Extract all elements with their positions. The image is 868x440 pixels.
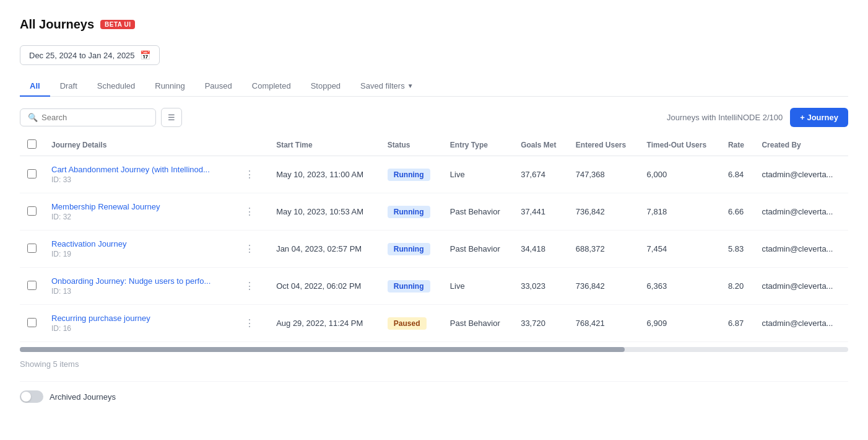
- created-by-cell: ctadmin@cleverta...: [754, 156, 848, 193]
- rate-cell: 6.87: [721, 305, 755, 342]
- entered-users-cell: 768,421: [568, 305, 640, 342]
- rate-cell: 6.66: [721, 193, 755, 231]
- table-row: Onboarding Journey: Nudge users to perfo…: [20, 268, 848, 305]
- start-time-cell: Aug 29, 2022, 11:24 PM: [269, 305, 380, 342]
- row-menu-button[interactable]: ⋮: [241, 167, 258, 182]
- horizontal-scrollbar-track[interactable]: [20, 347, 848, 352]
- row-checkbox-cell[interactable]: [20, 305, 44, 342]
- entered-users-cell: 688,372: [568, 231, 640, 268]
- tab-saved-filters[interactable]: Saved filters ▼: [350, 76, 423, 97]
- search-input[interactable]: [41, 113, 148, 122]
- entry-type-cell: Past Behavior: [443, 305, 513, 342]
- timed-out-users-cell: 7,454: [640, 231, 721, 268]
- tab-all[interactable]: All: [20, 76, 50, 97]
- archived-journeys-row: Archived Journeys: [20, 381, 848, 403]
- add-journey-label: + Journey: [800, 113, 838, 122]
- status-badge: Running: [388, 280, 430, 293]
- row-checkbox-3[interactable]: [27, 281, 37, 290]
- row-checkbox-2[interactable]: [27, 244, 37, 253]
- created-by-cell: ctadmin@cleverta...: [754, 193, 848, 231]
- col-header-entered-users: Entered Users: [568, 134, 640, 156]
- entry-type-cell: Past Behavior: [443, 231, 513, 268]
- journey-id: ID: 19: [51, 250, 226, 258]
- horizontal-scrollbar-thumb[interactable]: [20, 347, 625, 352]
- entry-type-cell: Live: [443, 156, 513, 193]
- status-badge: Running: [388, 169, 430, 181]
- journey-details-cell: Cart Abandonment Journey (with Intellino…: [44, 156, 233, 193]
- page-header: All Journeys BETA UI: [20, 17, 848, 32]
- page-title: All Journeys: [20, 17, 94, 32]
- status-cell: Running: [380, 268, 443, 305]
- row-checkbox-cell[interactable]: [20, 193, 44, 231]
- entered-users-cell: 736,842: [568, 268, 640, 305]
- rate-cell: 6.84: [721, 156, 755, 193]
- row-checkbox-cell[interactable]: [20, 268, 44, 305]
- row-menu-cell[interactable]: ⋮: [233, 156, 269, 193]
- row-menu-cell[interactable]: ⋮: [233, 268, 269, 305]
- col-header-rate: Rate: [721, 134, 755, 156]
- chevron-down-icon: ▼: [407, 82, 414, 89]
- row-menu-button[interactable]: ⋮: [241, 205, 258, 219]
- journey-details-cell: Recurring purchase journey ID: 16: [44, 305, 233, 342]
- journey-name-link[interactable]: Cart Abandonment Journey (with Intellino…: [51, 165, 226, 174]
- row-checkbox-cell[interactable]: [20, 231, 44, 268]
- created-by-cell: ctadmin@cleverta...: [754, 268, 848, 305]
- tab-running[interactable]: Running: [145, 76, 194, 97]
- journey-name-link[interactable]: Recurring purchase journey: [51, 314, 226, 323]
- table-row: Reactivation Journey ID: 19 ⋮ Jan 04, 20…: [20, 231, 848, 268]
- row-menu-cell[interactable]: ⋮: [233, 193, 269, 231]
- journeys-table: Journey Details Start Time Status Entry …: [20, 134, 848, 342]
- row-checkbox-cell[interactable]: [20, 156, 44, 193]
- row-checkbox-1[interactable]: [27, 206, 37, 216]
- timed-out-users-cell: 6,363: [640, 268, 721, 305]
- goals-met-cell: 37,674: [513, 156, 568, 193]
- start-time-cell: May 10, 2023, 10:53 AM: [269, 193, 380, 231]
- tab-paused[interactable]: Paused: [195, 76, 242, 97]
- entry-type-cell: Live: [443, 268, 513, 305]
- timed-out-users-cell: 7,818: [640, 193, 721, 231]
- row-menu-button[interactable]: ⋮: [241, 316, 258, 330]
- tab-draft[interactable]: Draft: [50, 76, 87, 97]
- journey-name-link[interactable]: Membership Renewal Journey: [51, 202, 226, 211]
- table-row: Recurring purchase journey ID: 16 ⋮ Aug …: [20, 305, 848, 342]
- toggle-knob: [21, 392, 31, 402]
- add-journey-button[interactable]: + Journey: [790, 108, 848, 127]
- row-menu-cell[interactable]: ⋮: [233, 305, 269, 342]
- journey-id: ID: 16: [51, 324, 226, 333]
- row-checkbox-0[interactable]: [27, 169, 37, 178]
- table-row: Cart Abandonment Journey (with Intellino…: [20, 156, 848, 193]
- tab-completed[interactable]: Completed: [242, 76, 301, 97]
- row-checkbox-4[interactable]: [27, 318, 37, 327]
- search-icon: 🔍: [28, 113, 38, 122]
- status-cell: Running: [380, 231, 443, 268]
- archived-journeys-toggle[interactable]: [20, 390, 43, 403]
- row-menu-cell[interactable]: ⋮: [233, 231, 269, 268]
- journey-name-link[interactable]: Onboarding Journey: Nudge users to perfo…: [51, 276, 226, 286]
- start-time-cell: May 10, 2023, 11:00 AM: [269, 156, 380, 193]
- tab-scheduled[interactable]: Scheduled: [87, 76, 145, 97]
- journey-details-cell: Reactivation Journey ID: 19: [44, 231, 233, 268]
- status-cell: Paused: [380, 305, 443, 342]
- journey-id: ID: 13: [51, 287, 226, 296]
- select-all-checkbox-header[interactable]: [20, 134, 44, 156]
- toolbar: 🔍 ☰ Journeys with IntelliNODE 2/100 + Jo…: [20, 108, 848, 127]
- showing-items-label: Showing 5 items: [20, 359, 79, 369]
- timed-out-users-cell: 6,909: [640, 305, 721, 342]
- rate-cell: 5.83: [721, 231, 755, 268]
- beta-badge: BETA UI: [100, 20, 135, 29]
- intellinode-count-label: Journeys with IntelliNODE 2/100: [667, 113, 783, 122]
- journey-id: ID: 32: [51, 213, 226, 221]
- rate-cell: 8.20: [721, 268, 755, 305]
- status-badge: Running: [388, 243, 430, 255]
- goals-met-cell: 33,720: [513, 305, 568, 342]
- status-cell: Running: [380, 156, 443, 193]
- tab-stopped[interactable]: Stopped: [301, 76, 350, 97]
- date-range-label: Dec 25, 2024 to Jan 24, 2025: [29, 51, 135, 60]
- date-picker-button[interactable]: Dec 25, 2024 to Jan 24, 2025 📅: [20, 45, 160, 65]
- row-menu-button[interactable]: ⋮: [241, 242, 258, 256]
- journeys-table-container: Journey Details Start Time Status Entry …: [20, 134, 848, 342]
- journey-name-link[interactable]: Reactivation Journey: [51, 239, 226, 249]
- filter-button[interactable]: ☰: [161, 108, 182, 127]
- row-menu-button[interactable]: ⋮: [241, 279, 258, 293]
- select-all-checkbox[interactable]: [27, 139, 37, 149]
